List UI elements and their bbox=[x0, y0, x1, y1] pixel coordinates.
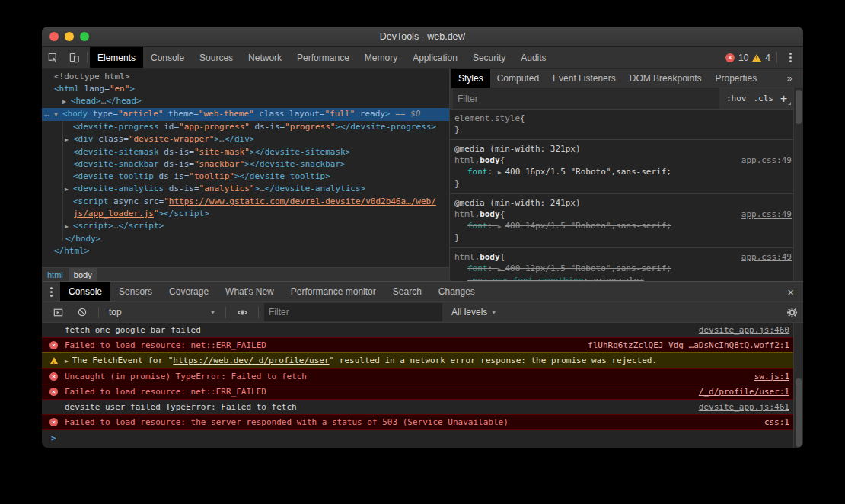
device-toolbar-icon[interactable] bbox=[63, 47, 84, 68]
rule-selector[interactable]: html, body {app.css:49 bbox=[454, 251, 792, 263]
resource-link[interactable]: https://www.gstatic.com/devrel-devsite/v… bbox=[169, 196, 436, 206]
resource-link[interactable]: js/app_loader.js bbox=[73, 209, 154, 219]
expand-shorthand-icon[interactable]: ▶ bbox=[498, 223, 505, 230]
expand-shorthand-icon[interactable]: ▶ bbox=[498, 169, 505, 176]
tab-security[interactable]: Security bbox=[465, 47, 513, 68]
console-prompt[interactable]: > bbox=[42, 430, 803, 443]
css-property[interactable]: font: ▶ 400 16px/1.5 "Roboto",sans-serif… bbox=[454, 166, 792, 178]
dom-tree-node[interactable]: …▼<body type="article" theme="web-theme"… bbox=[42, 108, 449, 121]
dom-tree-node[interactable]: <devsite-snackbar ds-is="snackbar"></dev… bbox=[42, 158, 449, 171]
tab-console[interactable]: Console bbox=[143, 47, 192, 68]
drawer-tab-coverage[interactable]: Coverage bbox=[161, 282, 217, 301]
sidebar-tab-styles[interactable]: Styles bbox=[451, 69, 490, 88]
dom-tree-node[interactable]: <devsite-tooltip ds-is="tooltip"></devsi… bbox=[42, 171, 449, 183]
close-window-button[interactable] bbox=[49, 32, 59, 41]
customize-devtools-icon[interactable] bbox=[783, 51, 797, 65]
crumb-html[interactable]: html bbox=[42, 268, 69, 281]
tab-audits[interactable]: Audits bbox=[513, 47, 553, 68]
warning-count-icon[interactable] bbox=[752, 54, 761, 62]
dom-tree-node[interactable]: </body> bbox=[42, 233, 449, 245]
drawer-tab-search[interactable]: Search bbox=[384, 282, 430, 301]
toggle-element-state-button[interactable]: :hov bbox=[726, 94, 747, 104]
drawer-tab-performance-monitor[interactable]: Performance monitor bbox=[282, 282, 384, 301]
css-property[interactable]: -moz-osx-font-smoothing: grayscale; bbox=[454, 275, 792, 281]
sidebar-tab-computed[interactable]: Computed bbox=[490, 69, 546, 88]
element-classes-button[interactable]: .cls bbox=[753, 94, 773, 104]
dom-tree-node[interactable]: js/app_loader.js"></script> bbox=[42, 208, 449, 220]
drawer-tab-what-s-new[interactable]: What's New bbox=[217, 282, 282, 301]
more-tabs-icon[interactable]: » bbox=[783, 69, 803, 88]
expand-arrow-icon[interactable]: ▶ bbox=[65, 221, 73, 233]
tab-sources[interactable]: Sources bbox=[192, 47, 241, 68]
rule-selector[interactable]: html, body {app.css:49 bbox=[454, 209, 792, 220]
source-location-link[interactable]: /_d/profile/user:1 bbox=[688, 387, 789, 397]
console-scrollbar[interactable] bbox=[793, 323, 803, 448]
styles-scrollbar-thumb[interactable] bbox=[796, 90, 802, 124]
drawer-tab-sensors[interactable]: Sensors bbox=[110, 282, 161, 301]
styles-filter-input[interactable] bbox=[453, 88, 719, 109]
crumb-body[interactable]: body bbox=[69, 268, 97, 281]
code-token: = bbox=[113, 109, 118, 119]
source-location-link[interactable]: css:1 bbox=[754, 417, 789, 428]
close-drawer-icon[interactable]: × bbox=[778, 282, 803, 301]
rule-selector[interactable]: element.style { bbox=[454, 113, 792, 124]
dom-tree-node[interactable]: ▶<devsite-analytics ds-is="analytics">…<… bbox=[42, 183, 449, 196]
dom-tree-node[interactable]: <devsite-sitemask ds-is="site-mask"></de… bbox=[42, 146, 449, 158]
minimize-window-button[interactable] bbox=[65, 32, 74, 41]
expand-arrow-icon[interactable]: ▶ bbox=[62, 96, 71, 108]
source-location-link[interactable]: devsite_app.js:460 bbox=[688, 325, 789, 336]
css-property[interactable]: font: ▶ 400 12px/1.5 "Roboto",sans-serif… bbox=[454, 263, 792, 275]
sidebar-tab-dom-breakpoints[interactable]: DOM Breakpoints bbox=[623, 69, 709, 88]
error-count[interactable]: 10 bbox=[738, 53, 748, 63]
javascript-context-select[interactable]: top ▼ bbox=[104, 307, 220, 317]
dom-tree-node[interactable]: <html lang="en"> bbox=[42, 83, 449, 95]
sidebar-tab-event-listeners[interactable]: Event Listeners bbox=[546, 69, 623, 88]
dom-tree-node[interactable]: ▶<script>…</script> bbox=[42, 220, 449, 233]
error-count-icon[interactable]: × bbox=[725, 53, 735, 62]
inspect-element-icon[interactable] bbox=[42, 47, 63, 68]
tab-memory[interactable]: Memory bbox=[357, 47, 405, 68]
source-location-link[interactable]: flUhRq6tzZclQEJ-Vdg-…aDsNcIhQ8tQ.woff2:1 bbox=[577, 340, 789, 351]
live-expression-eye-icon[interactable] bbox=[231, 307, 253, 318]
expand-arrow-icon[interactable]: ▶ bbox=[65, 134, 73, 146]
expand-shorthand-icon[interactable]: ▶ bbox=[498, 266, 505, 273]
tab-elements[interactable]: Elements bbox=[90, 47, 143, 68]
toolbar-divider bbox=[776, 52, 777, 63]
tab-application[interactable]: Application bbox=[405, 47, 465, 68]
source-location-link[interactable]: sw.js:1 bbox=[744, 372, 789, 382]
stylesheet-link[interactable]: app.css:49 bbox=[734, 251, 792, 263]
dom-tree-node[interactable]: ▶<div class="devsite-wrapper">…</div> bbox=[42, 133, 449, 146]
console-scrollbar-thumb[interactable] bbox=[796, 378, 802, 447]
tab-performance[interactable]: Performance bbox=[289, 47, 357, 68]
collapse-arrow-icon[interactable]: ▼ bbox=[54, 109, 62, 121]
sidebar-tab-properties[interactable]: Properties bbox=[708, 69, 764, 88]
dom-tree-node[interactable]: <!doctype html> bbox=[42, 71, 449, 83]
tab-network[interactable]: Network bbox=[241, 47, 289, 68]
drawer-tab-changes[interactable]: Changes bbox=[430, 282, 483, 301]
source-location-link[interactable]: devsite_app.js:461 bbox=[688, 402, 789, 413]
warning-count[interactable]: 4 bbox=[765, 53, 770, 63]
message-text: fetch one google bar failed bbox=[65, 325, 201, 336]
css-property[interactable]: font: ▶ 400 14px/1.5 "Roboto",sans-serif… bbox=[454, 220, 792, 232]
dom-tree-node[interactable]: <devsite-progress id="app-progress" ds-i… bbox=[42, 121, 449, 133]
expand-arrow-icon[interactable]: ▶ bbox=[65, 356, 72, 367]
error-icon: × bbox=[49, 418, 58, 426]
clear-console-icon[interactable] bbox=[72, 307, 93, 317]
drawer-tab-console[interactable]: Console bbox=[60, 282, 110, 301]
expand-arrow-icon[interactable]: ▶ bbox=[65, 183, 73, 196]
stylesheet-link[interactable]: app.css:49 bbox=[734, 155, 792, 166]
dom-tree-node[interactable]: <script async src="https://www.gstatic.c… bbox=[42, 196, 449, 208]
rule-selector[interactable]: html, body {app.css:49 bbox=[454, 155, 792, 166]
stylesheet-link[interactable]: app.css:49 bbox=[734, 209, 792, 220]
dom-tree-node[interactable]: </html> bbox=[42, 245, 449, 257]
console-filter-input[interactable] bbox=[264, 303, 442, 321]
drawer-menu-icon[interactable] bbox=[42, 282, 60, 301]
dom-tree-node[interactable]: ▶<head>…</head> bbox=[42, 95, 449, 108]
styles-scrollbar[interactable] bbox=[793, 88, 803, 281]
zoom-window-button[interactable] bbox=[80, 32, 89, 41]
new-style-rule-button[interactable]: + bbox=[780, 92, 791, 106]
log-levels-select[interactable]: All levels ▼ bbox=[445, 307, 496, 317]
console-settings-gear-icon[interactable] bbox=[786, 307, 798, 318]
message-url-link[interactable]: https://web.dev/_d/profile/user bbox=[173, 356, 329, 365]
console-sidebar-toggle-icon[interactable] bbox=[47, 307, 69, 318]
